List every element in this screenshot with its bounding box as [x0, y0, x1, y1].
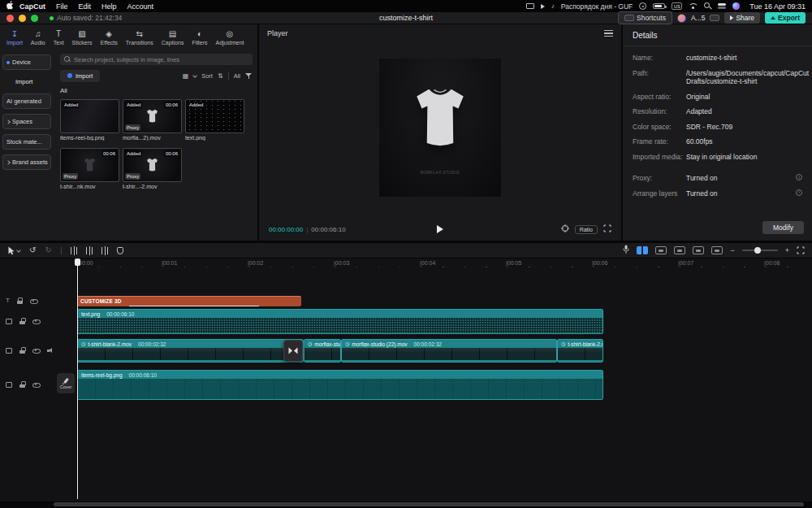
shortcuts-button[interactable]: Shortcuts [618, 11, 672, 24]
tab-audio[interactable]: ♫Audio [27, 30, 50, 46]
menubar-app-name[interactable]: CapCut [19, 2, 45, 11]
window-close-button[interactable] [6, 15, 14, 22]
timeline-clip-video[interactable]: ◷ morflax-studio (22).mov [304, 339, 341, 363]
timeline-clip-bg[interactable]: items-reel-bg.png 00:00:06:10 [77, 370, 603, 400]
filter-all-button[interactable]: All [234, 72, 240, 80]
mute-track-icon[interactable] [47, 347, 54, 354]
lock-track-icon[interactable] [19, 381, 25, 388]
split-tool-button[interactable] [71, 247, 77, 254]
mainline-magnetic-toggle[interactable] [637, 246, 648, 254]
copyright-check-button[interactable] [117, 247, 123, 254]
auto-ripple-toggle[interactable] [655, 246, 667, 254]
zoom-in-button[interactable]: + [785, 246, 789, 254]
timeline-clip-video[interactable]: ◷ t-shirt-blank-2.mov [557, 339, 603, 363]
preview-canvas[interactable]: MORFLAX STUDIO [379, 59, 501, 197]
lock-track-icon[interactable] [19, 318, 25, 324]
fullscreen-icon[interactable] [603, 224, 611, 234]
preview-axis-toggle[interactable] [693, 246, 704, 254]
chevron-down-icon[interactable] [192, 73, 197, 78]
account-avatar[interactable] [677, 14, 686, 23]
toggle-visibility-icon[interactable] [32, 318, 40, 324]
zoom-out-button[interactable]: − [730, 246, 734, 254]
window-minimize-button[interactable] [19, 15, 26, 22]
menu-file[interactable]: File [56, 2, 68, 11]
record-voiceover-button[interactable] [623, 243, 629, 258]
tab-captions[interactable]: ▤Captions [158, 30, 188, 46]
snapping-toggle[interactable] [711, 246, 723, 254]
spotlight-search-icon[interactable] [704, 2, 711, 10]
toggle-visibility-icon[interactable] [32, 381, 40, 388]
tab-filters[interactable]: ◐Filters [188, 30, 211, 46]
info-icon[interactable]: i [796, 174, 802, 180]
menu-account[interactable]: Account [127, 2, 154, 11]
now-playing-text[interactable]: Распорядок дня - GUF [561, 2, 633, 11]
split-left-tool-button[interactable] [86, 247, 93, 254]
timeline-clip-video[interactable]: ◷ t-shirt-blank-2.mov 00:00:02:32 [77, 339, 304, 363]
keyboard-shortcut-icon[interactable] [710, 15, 719, 21]
edit-cover-button[interactable]: Cover [57, 373, 75, 393]
player-menu-icon[interactable] [604, 30, 613, 37]
playhead[interactable] [77, 258, 78, 499]
timeline-horizontal-scrollbar[interactable] [54, 502, 804, 506]
import-media-button[interactable]: Import [60, 70, 100, 82]
sidebar-item-import[interactable]: Import [2, 75, 51, 89]
sidebar-item-device[interactable]: Device [2, 54, 51, 70]
control-center-icon[interactable] [718, 2, 726, 10]
linking-toggle[interactable] [674, 246, 685, 254]
screen-mirroring-icon[interactable] [526, 3, 534, 9]
tab-stickers[interactable]: ▧Stickers [68, 30, 97, 46]
timeline-clip-text[interactable]: CUSTOMIZE 3D [77, 296, 301, 306]
apple-logo-icon[interactable] [6, 1, 14, 11]
share-button[interactable]: Share [724, 12, 760, 24]
wifi-icon[interactable] [689, 2, 698, 10]
timeline-clip-image[interactable]: text.png 00:00:06:10 [77, 309, 603, 334]
menu-help[interactable]: Help [102, 2, 117, 11]
select-tool-button[interactable] [7, 246, 20, 255]
playhead-handle[interactable] [75, 258, 80, 266]
view-mode-icon[interactable]: ▦ [183, 72, 189, 80]
media-item[interactable]: Added 00:06 Proxy t-shir...-2.mov [123, 148, 182, 189]
sidebar-item-stock-materials[interactable]: Stock mate... [2, 134, 51, 150]
sidebar-item-ai-generated[interactable]: AI generated [2, 93, 51, 109]
redo-button[interactable]: ↻ [45, 246, 51, 254]
info-icon[interactable]: i [796, 189, 802, 196]
media-item[interactable]: Added 00:06 Proxy morfla...2).mov [123, 99, 182, 141]
menu-edit[interactable]: Edit [79, 2, 92, 11]
sort-button[interactable]: Sort [201, 72, 213, 80]
screen-record-icon[interactable] [639, 2, 646, 10]
lock-track-icon[interactable] [17, 297, 23, 304]
zoom-slider-knob[interactable] [754, 247, 761, 254]
play-button[interactable] [437, 225, 443, 233]
sidebar-item-spaces[interactable]: Spaces [2, 114, 51, 129]
account-label[interactable]: A...5 [691, 14, 705, 22]
media-search[interactable] [60, 54, 253, 65]
filter-icon[interactable] [245, 72, 253, 80]
menubar-clock[interactable]: Tue 16 Apr 09:31 [749, 2, 806, 11]
fit-canvas-icon[interactable] [561, 224, 569, 234]
fit-timeline-icon[interactable] [797, 243, 805, 258]
sidebar-item-brand-assets[interactable]: Brand assets [2, 154, 51, 170]
timeline-area[interactable]: 00:00 |00:01 |00:02 |00:03 |00:04 |00:05… [0, 258, 812, 501]
undo-button[interactable]: ↺ [29, 246, 36, 254]
siri-icon[interactable] [732, 2, 740, 10]
tab-import[interactable]: ↧Import [2, 30, 27, 46]
tab-effects[interactable]: ◈Effects [97, 30, 122, 46]
lock-track-icon[interactable] [19, 347, 25, 354]
media-item[interactable]: Added text.png [185, 99, 244, 141]
tab-text[interactable]: TText [50, 30, 68, 46]
sort-order-icon[interactable]: ⇅ [218, 72, 223, 80]
toggle-visibility-icon[interactable] [32, 347, 40, 354]
play-icon[interactable] [541, 4, 545, 9]
split-right-tool-button[interactable] [102, 247, 108, 254]
input-source-indicator[interactable]: US [672, 2, 682, 10]
battery-icon[interactable] [653, 3, 665, 9]
window-zoom-button[interactable] [31, 15, 38, 22]
toggle-visibility-icon[interactable] [30, 297, 37, 304]
media-item[interactable]: Added items-reel-bg.png [60, 99, 119, 141]
ratio-button[interactable]: Ratio [575, 225, 598, 234]
tab-transitions[interactable]: ⇆Transitions [122, 30, 158, 46]
timeline-clip-video[interactable]: ◷ morflax-studio (22).mov 00:00:02:32 [341, 339, 557, 363]
media-item[interactable]: 00:06 Proxy t-shir...nk.mov [60, 148, 119, 189]
export-button[interactable]: Export [765, 12, 806, 24]
tab-adjustment[interactable]: ◎Adjustment [211, 30, 248, 46]
